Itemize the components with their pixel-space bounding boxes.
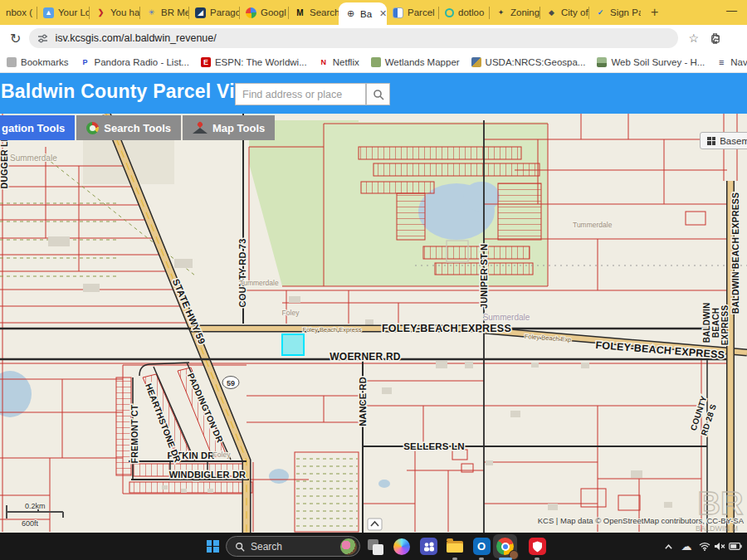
copilot-button[interactable] [390,533,413,560]
new-tab-button[interactable]: + [641,0,668,25]
tray-expand-button[interactable] [659,533,677,560]
tab-parago[interactable]: ◢Parago [189,0,239,25]
window-minimize-button[interactable]: — [726,4,737,17]
tab-parcel[interactable]: Parcel [387,0,438,25]
bookmark-bookmarks[interactable]: Bookmarks [7,57,69,67]
reload-icon[interactable]: ↻ [10,31,21,46]
hwy-59-shield: 59 [222,377,239,389]
active-app-indicator [499,558,512,560]
search-tools-button[interactable]: Search Tools [76,115,181,140]
bookmark-navient[interactable]: ≡Navient [716,57,747,67]
find-address-input[interactable] [235,83,366,105]
parcel-map: 59 FOLEY-BEACH EXPRESS FOLEY-BEACH EXPRE… [0,114,747,533]
map-attribution: KCS | Map data © OpenStreetMap contribut… [538,516,745,525]
shield-label: 59 [227,379,235,387]
tab-sign[interactable]: ✓Sign Pa [589,0,641,25]
tab-baldwin-active[interactable]: ⊕Ba✕ [339,2,387,25]
document-favicon-icon [393,7,403,18]
tab-label: dotloo [458,7,484,17]
task-view-button[interactable] [364,533,387,560]
tab-br-me[interactable]: ✳BR Me [140,0,188,25]
start-button[interactable] [200,533,225,560]
teams-button[interactable] [417,533,440,560]
bookmark-pandora[interactable]: PPandora Radio - List... [81,57,189,67]
outlook-button[interactable]: O [470,533,493,560]
tab-label: City of [561,7,588,17]
road-label: BEACH [711,308,720,338]
close-icon[interactable]: ✕ [379,8,387,19]
search-tools-label: Search Tools [104,122,171,134]
bookmark-wetlands[interactable]: Wetlands Mapper [371,57,460,67]
basemap-button[interactable]: Basem [700,132,747,149]
file-explorer-icon [446,538,464,556]
taskbar-search[interactable]: Search [226,536,360,557]
tab-label: Parago [210,7,239,17]
websoil-favicon-icon [597,57,607,67]
globe-favicon-icon: ⊕ [345,8,356,19]
tab-label: Sign Pa [610,7,641,17]
windows-logo-icon [207,540,219,553]
map-canvas[interactable]: 59 FOLEY-BEACH EXPRESS FOLEY-BEACH EXPRE… [0,114,747,533]
site-settings-icon [37,33,48,44]
selected-parcel[interactable] [282,334,304,355]
bookmark-label: USDA:NRCS:Geospa... [486,57,586,67]
security-app-button[interactable] [525,533,549,560]
scale-km-label: 0.2km [25,502,46,510]
bookmark-websoil[interactable]: Web Soil Survey - H... [597,57,705,67]
bookmark-netflix[interactable]: NNetflix [319,57,359,67]
bookmark-usda[interactable]: USDA:NRCS:Geospa... [471,57,586,67]
road-label: WOERNER RD [330,351,400,363]
map-tools-button[interactable]: Map Tools [183,115,275,140]
tab-you-ha[interactable]: ❯You ha [90,0,139,25]
road-label: NANCE RD [358,377,368,426]
address-bar[interactable]: isv.kcsgis.com/al.baldwin_revenue/ [29,28,678,48]
wetlands-favicon-icon [371,57,381,67]
chrome-button[interactable] [493,534,517,558]
road-label: BALDWIN [702,303,711,343]
find-address-search-button[interactable] [366,83,390,105]
open-app-indicator [535,558,540,560]
netflix-favicon-icon: N [319,57,329,67]
search-icon [235,542,245,552]
road-label: COUNTY RD 73 [237,239,247,308]
bookmark-espn[interactable]: EESPN: The Worldwi... [201,57,307,67]
onedrive-tray-icon[interactable]: ☁ [677,533,696,560]
tab-dotloop[interactable]: dotloo [439,0,489,25]
navigation-tools-button[interactable]: gation Tools [0,115,75,140]
basemap-label: Basem [720,136,747,146]
place-label: Foley Beach Express [303,326,362,334]
map-tools-icon [193,122,208,134]
tab-google[interactable]: Googl [240,0,288,25]
tab-your-lo[interactable]: ▲Your Lo [37,0,89,25]
tab-search[interactable]: MSearch [289,0,339,25]
road-label: EXPRESS [720,305,730,346]
road-label: FOLEY-BEACH EXPRESS [382,323,511,334]
url-text: isv.kcsgis.com/al.baldwin_revenue/ [55,32,216,44]
taskbar-search-label: Search [251,541,334,553]
file-explorer-button[interactable] [443,533,466,560]
bookmark-label: ESPN: The Worldwi... [215,57,307,67]
search-tools-icon [86,122,99,134]
battery-tray-icon[interactable] [725,533,745,560]
usda-favicon-icon [471,57,481,67]
place-label: Tummerdale [573,221,613,229]
place-label: Foley [213,450,232,459]
extensions-icon[interactable] [709,32,721,45]
tab-zoning[interactable]: ✦Zoning [490,0,540,25]
tab-city-of[interactable]: ◆City of [540,0,588,25]
basemap-grid-icon [707,137,715,145]
browser-tab-strip: nbox ( ▲Your Lo ❯You ha ✳BR Me ◢Parago G… [0,0,747,25]
tab-inbox[interactable]: nbox ( [0,0,37,25]
bookmark-star-icon[interactable]: ☆ [688,32,699,45]
bookmark-label: Pandora Radio - List... [95,57,189,67]
tab-label: BR Me [161,7,188,17]
star-favicon-icon: ✦ [496,7,506,18]
tab-label: Zoning [510,7,540,17]
watermark-subtext: BALDWIN M [696,524,738,533]
tab-label: Googl [261,7,286,17]
road-label: BALDWIN BEACH EXPRESS [730,192,740,314]
open-app-indicator [452,558,457,560]
tab-label: You ha [110,7,139,17]
collapse-attribution-button[interactable] [368,519,382,530]
windows-taskbar: Search O ☁ [0,533,747,560]
